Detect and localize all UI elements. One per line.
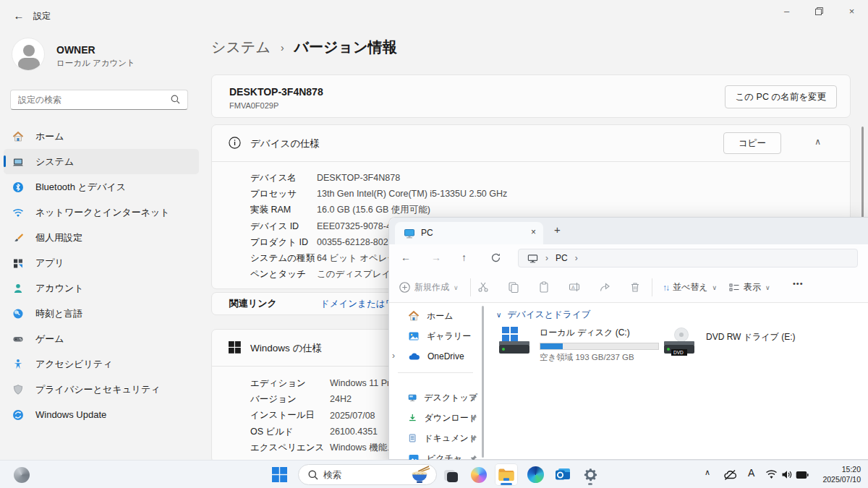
new-tab-button[interactable]: + [554,223,561,236]
nav-back-button[interactable]: ← [401,252,411,263]
document-icon [408,432,417,444]
sort-button[interactable]: ↑↓ 並べ替え ∨ [663,281,717,294]
file-explorer-button[interactable] [495,463,518,486]
nav-up-button[interactable]: ↑ [461,252,467,263]
minimize-button[interactable]: – [770,0,803,22]
explorer-nav-label: ダウンロード [425,412,477,424]
drive-dvd-rw-e[interactable]: DVD DVD RW ドライブ (E:) [664,327,796,356]
dropdown-chevron: ∨ [765,284,770,291]
sidebar-item-system[interactable]: システム [4,149,199,174]
svg-text:DVD: DVD [673,350,684,355]
folder-icon [498,467,515,483]
onedrive-icon [408,351,420,363]
monitor-icon [527,253,538,264]
spec-value: 00355-62128-802 [317,237,388,247]
dvd-drive-icon: DVD [664,327,697,356]
sort-label: 並べ替え [673,281,708,294]
outlook-button[interactable] [551,463,574,486]
share-icon[interactable] [599,281,610,293]
start-button[interactable] [268,463,291,486]
view-icon [729,283,739,293]
sidebar-item-label: プライバシーとセキュリティ [35,383,161,396]
copy-icon[interactable] [508,281,519,293]
collapse-chevron[interactable]: ∧ [814,137,821,147]
sidebar-item-gaming[interactable]: ゲーム [4,326,199,351]
edge-button[interactable] [524,463,547,486]
info-icon [229,137,241,149]
more-options-button[interactable]: ••• [793,279,804,288]
explorer-nav-onedrive[interactable]: OneDrive [399,348,477,365]
device-spec-title: デバイスの仕様 [250,137,320,150]
search-icon [308,470,318,480]
search-highlight-ramen-icon[interactable] [409,466,431,484]
outlook-icon [555,466,571,483]
paste-icon[interactable] [538,281,550,293]
wifi-tray-icon[interactable] [765,469,778,479]
breadcrumb-parent[interactable]: システム [211,38,271,57]
sidebar-item-apps[interactable]: アプリ [4,250,199,275]
explorer-nav-label: デスクトップ [424,392,477,404]
volume-icon[interactable] [781,469,793,480]
sidebar-item-network-internet[interactable]: ネットワークとインターネット [4,200,199,225]
back-button[interactable]: ← [9,6,29,25]
task-view-button[interactable] [440,463,463,486]
refresh-icon[interactable] [490,252,501,263]
sidebar-item-personalization[interactable]: 個人用設定 [4,225,199,250]
device-name: DESKTOP-3F4N878 [229,86,323,98]
drives-group-header[interactable]: ∨ デバイスとドライブ [496,309,590,321]
explorer-nav-desktop[interactable]: デスクトップ [399,389,477,406]
delete-icon[interactable] [629,281,641,293]
device-spec-header[interactable]: デバイスの仕様 コピー ∧ [212,125,850,161]
nav-forward-button[interactable]: → [431,252,441,263]
widgets-button[interactable] [10,463,33,486]
avatar[interactable] [12,38,45,71]
sidebar-item-windows-update[interactable]: Windows Update [4,402,199,427]
settings-taskbar-button[interactable] [579,463,602,486]
expand-chevron[interactable]: › [392,351,395,361]
close-button[interactable]: × [835,0,868,22]
copy-button[interactable]: コピー [723,132,781,154]
sort-icon: ↑↓ [663,283,668,293]
page-title: バージョン情報 [294,38,397,57]
download-icon [408,412,417,424]
address-separator[interactable]: › [575,253,578,263]
explorer-nav-gallery[interactable]: ギャラリー [399,328,477,345]
address-location[interactable]: PC [556,253,568,263]
tab-close-icon[interactable]: × [531,227,536,237]
rename-icon[interactable]: A [569,281,580,293]
explorer-tab-pc[interactable]: PC × [395,222,543,244]
explorer-nav-home[interactable]: ホーム [399,307,477,325]
hard-drive-icon [499,327,531,356]
sidebar-item-bluetooth-devices[interactable]: Bluetooth とデバイス [4,174,199,200]
sidebar-item-privacy-security[interactable]: プライバシーとセキュリティ [4,377,199,402]
cut-icon[interactable] [477,281,489,293]
settings-search-input[interactable] [10,90,188,110]
drive-local-disk-c[interactable]: ローカル ディスク (C:) 空き領域 193 GB/237 GB [499,327,659,363]
sidebar-item-accessibility[interactable]: アクセシビリティ [4,351,199,377]
sidebar-item-label: 個人用設定 [35,231,82,244]
tray-expand-button[interactable]: ∧ [705,468,710,477]
restore-button[interactable] [803,0,835,22]
explorer-nav-downloads[interactable]: ダウンロード [399,409,477,427]
clock[interactable]: 15:20 2025/07/10 [822,464,861,484]
address-bar[interactable]: › PC › [518,249,858,267]
spec-label: インストール日 [250,409,330,421]
ime-mode-indicator[interactable]: A [748,467,754,479]
sidebar-item-time-language[interactable]: 時刻と言語 [4,301,199,326]
new-item-button[interactable]: 新規作成 ∨ [399,281,459,294]
spec-label: エクスペリエンス [250,442,330,454]
sidebar-item-accounts[interactable]: アカウント [4,275,199,301]
explorer-nav-documents[interactable]: ドキュメント [399,429,477,447]
view-button[interactable]: 表示 ∨ [729,281,770,294]
battery-icon[interactable] [796,471,809,479]
onedrive-paused-icon[interactable] [723,469,737,481]
sidebar-item-home[interactable]: ホーム [4,124,199,149]
apps-icon [12,257,24,269]
search-icon [171,95,180,104]
app-title: 設定 [33,10,51,22]
explorer-sidebar-scrollbar[interactable] [482,306,484,458]
rename-pc-button[interactable]: この PC の名前を変更 [725,85,837,108]
copilot-button[interactable] [467,463,490,486]
spec-value: EEE07325-9078-4 [317,221,391,231]
toolbar-separator [652,278,652,296]
